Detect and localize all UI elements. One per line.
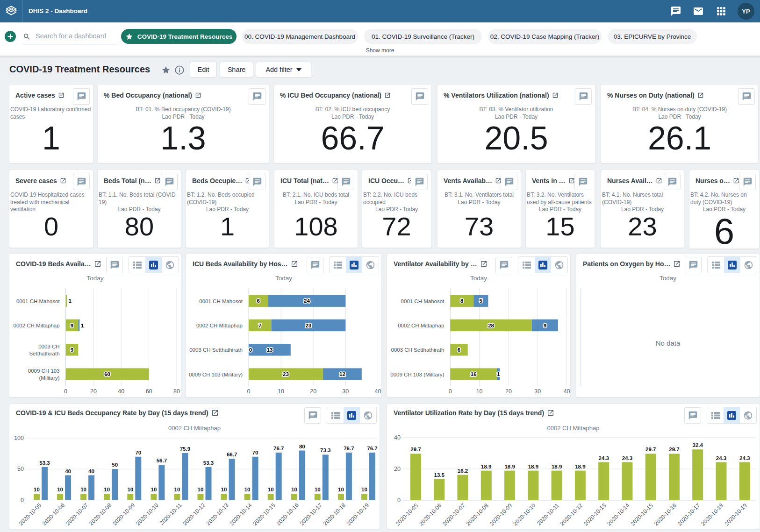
svg-text:2020-10-08: 2020-10-08 (465, 502, 490, 527)
svg-text:2020-10-12: 2020-10-12 (559, 502, 584, 527)
svg-text:40: 40 (65, 468, 71, 474)
svg-text:13: 13 (267, 347, 273, 353)
svg-text:6: 6 (257, 298, 259, 304)
svg-text:40: 40 (88, 468, 94, 474)
svg-text:8: 8 (460, 298, 464, 304)
svg-text:18.9: 18.9 (575, 464, 585, 469)
svg-text:0001 CH Mahosot: 0001 CH Mahosot (16, 298, 60, 304)
svg-text:60: 60 (146, 388, 152, 395)
svg-text:0: 0 (449, 388, 452, 395)
svg-text:2020-10-09: 2020-10-09 (111, 502, 136, 527)
svg-text:0002 CH Mittaphap: 0002 CH Mittaphap (14, 323, 60, 328)
svg-text:0009 CH 103 (Military): 0009 CH 103 (Military) (189, 372, 243, 377)
svg-text:10: 10 (338, 487, 344, 492)
svg-text:80: 80 (299, 444, 305, 449)
svg-text:0001 CH Mahosot: 0001 CH Mahosot (199, 298, 243, 304)
svg-text:2020-10-18: 2020-10-18 (700, 502, 725, 527)
svg-text:10: 10 (57, 487, 63, 492)
svg-text:0: 0 (64, 388, 67, 395)
svg-text:2020-10-18: 2020-10-18 (322, 502, 347, 527)
svg-text:2020-10-09: 2020-10-09 (488, 502, 514, 527)
svg-text:2020-10-07: 2020-10-07 (441, 502, 466, 527)
svg-text:0009 CH 103 (Military): 0009 CH 103 (Military) (390, 372, 444, 377)
svg-text:9: 9 (544, 323, 546, 328)
svg-text:10: 10 (315, 487, 321, 492)
svg-text:10: 10 (221, 487, 227, 492)
svg-text:10: 10 (80, 487, 86, 492)
svg-text:0: 0 (21, 497, 24, 504)
svg-text:40: 40 (394, 434, 401, 441)
svg-text:10: 10 (268, 487, 274, 492)
svg-text:2020-10-13: 2020-10-13 (205, 502, 230, 527)
svg-text:16: 16 (471, 371, 477, 377)
svg-text:0003 CH: 0003 CH (38, 344, 59, 349)
svg-text:29.7: 29.7 (669, 447, 679, 452)
svg-text:30: 30 (342, 388, 349, 395)
svg-text:32.4: 32.4 (693, 442, 703, 448)
svg-text:5: 5 (479, 298, 482, 304)
svg-text:100: 100 (14, 435, 24, 441)
svg-text:2020-10-11: 2020-10-11 (536, 502, 560, 527)
svg-text:53.3: 53.3 (39, 460, 50, 466)
svg-text:53.3: 53.3 (203, 460, 214, 466)
svg-text:20: 20 (394, 466, 401, 472)
svg-text:40: 40 (564, 388, 570, 395)
svg-text:10: 10 (291, 487, 297, 492)
svg-text:2020-10-15: 2020-10-15 (630, 502, 655, 527)
svg-text:Setthathirath: Setthathirath (29, 351, 59, 356)
svg-text:0: 0 (249, 347, 252, 353)
svg-text:10: 10 (278, 388, 284, 395)
svg-text:9: 9 (71, 347, 73, 353)
svg-text:2020-10-10: 2020-10-10 (512, 502, 537, 527)
svg-text:2020-10-14: 2020-10-14 (606, 502, 631, 527)
svg-text:2020-10-16: 2020-10-16 (653, 502, 678, 527)
svg-text:7: 7 (258, 323, 261, 328)
svg-text:10: 10 (476, 388, 483, 395)
svg-text:(Military): (Military) (39, 375, 60, 381)
svg-text:70: 70 (135, 450, 141, 455)
svg-text:9: 9 (71, 323, 73, 328)
svg-text:23: 23 (305, 323, 311, 328)
svg-text:20: 20 (90, 388, 97, 395)
svg-text:2020-10-06: 2020-10-06 (41, 502, 66, 527)
svg-text:0009 CH 103: 0009 CH 103 (28, 368, 60, 374)
svg-text:24.3: 24.3 (716, 455, 726, 461)
svg-text:2020-10-05: 2020-10-05 (394, 502, 420, 527)
svg-text:2020-10-05: 2020-10-05 (18, 502, 43, 527)
svg-text:60: 60 (104, 371, 110, 377)
svg-text:2020-10-19: 2020-10-19 (345, 502, 371, 527)
svg-text:2020-10-11: 2020-10-11 (158, 502, 183, 526)
svg-text:2020-10-17: 2020-10-17 (299, 502, 324, 527)
svg-text:2020-10-13: 2020-10-13 (582, 502, 608, 527)
svg-text:20: 20 (310, 388, 316, 395)
svg-text:10: 10 (198, 487, 204, 492)
svg-text:18.9: 18.9 (552, 464, 562, 469)
svg-text:20: 20 (505, 388, 512, 395)
svg-text:0001 CH Mahosot: 0001 CH Mahosot (401, 298, 445, 304)
svg-text:2020-10-12: 2020-10-12 (181, 502, 207, 527)
svg-text:40: 40 (118, 388, 124, 395)
svg-text:16.2: 16.2 (458, 468, 468, 474)
svg-text:10: 10 (34, 487, 40, 492)
svg-text:10: 10 (151, 487, 157, 492)
svg-text:24: 24 (304, 298, 310, 304)
svg-text:2020-10-17: 2020-10-17 (676, 502, 702, 527)
svg-text:10: 10 (127, 487, 133, 492)
svg-text:50: 50 (17, 466, 24, 472)
svg-text:0002 CH Mittaphap: 0002 CH Mittaphap (196, 323, 243, 328)
svg-text:40: 40 (374, 388, 381, 395)
svg-text:18.9: 18.9 (504, 464, 515, 469)
svg-text:18.9: 18.9 (481, 464, 491, 469)
svg-text:0003 CH Setthathirath: 0003 CH Setthathirath (391, 347, 445, 353)
svg-text:76.7: 76.7 (273, 446, 284, 451)
svg-text:10: 10 (244, 487, 251, 492)
svg-text:23: 23 (283, 371, 289, 377)
svg-text:29.7: 29.7 (410, 447, 421, 452)
svg-text:10: 10 (104, 487, 110, 492)
svg-text:13.5: 13.5 (434, 472, 445, 478)
svg-text:1: 1 (68, 298, 72, 304)
svg-text:70: 70 (252, 450, 258, 455)
svg-text:1: 1 (81, 323, 84, 328)
svg-text:2020-10-19: 2020-10-19 (724, 502, 749, 527)
svg-text:29.7: 29.7 (645, 447, 656, 452)
